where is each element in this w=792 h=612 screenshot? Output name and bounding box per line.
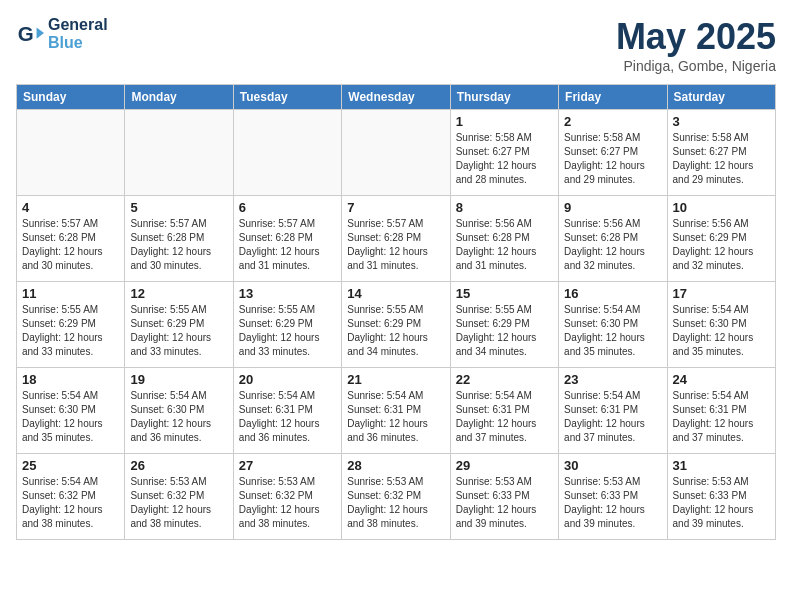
day-info: Sunrise: 5:58 AM Sunset: 6:27 PM Dayligh… — [456, 131, 553, 187]
calendar-week-4: 18Sunrise: 5:54 AM Sunset: 6:30 PM Dayli… — [17, 368, 776, 454]
logo-blue: Blue — [48, 34, 108, 52]
calendar-cell: 7Sunrise: 5:57 AM Sunset: 6:28 PM Daylig… — [342, 196, 450, 282]
day-info: Sunrise: 5:55 AM Sunset: 6:29 PM Dayligh… — [239, 303, 336, 359]
calendar-cell: 4Sunrise: 5:57 AM Sunset: 6:28 PM Daylig… — [17, 196, 125, 282]
day-info: Sunrise: 5:54 AM Sunset: 6:31 PM Dayligh… — [239, 389, 336, 445]
calendar-cell: 26Sunrise: 5:53 AM Sunset: 6:32 PM Dayli… — [125, 454, 233, 540]
calendar-week-5: 25Sunrise: 5:54 AM Sunset: 6:32 PM Dayli… — [17, 454, 776, 540]
day-info: Sunrise: 5:54 AM Sunset: 6:31 PM Dayligh… — [564, 389, 661, 445]
day-number: 22 — [456, 372, 553, 387]
day-number: 2 — [564, 114, 661, 129]
day-info: Sunrise: 5:53 AM Sunset: 6:33 PM Dayligh… — [564, 475, 661, 531]
day-info: Sunrise: 5:57 AM Sunset: 6:28 PM Dayligh… — [22, 217, 119, 273]
day-info: Sunrise: 5:54 AM Sunset: 6:32 PM Dayligh… — [22, 475, 119, 531]
calendar-cell: 3Sunrise: 5:58 AM Sunset: 6:27 PM Daylig… — [667, 110, 775, 196]
day-number: 12 — [130, 286, 227, 301]
day-info: Sunrise: 5:53 AM Sunset: 6:32 PM Dayligh… — [347, 475, 444, 531]
weekday-header-wednesday: Wednesday — [342, 85, 450, 110]
day-info: Sunrise: 5:54 AM Sunset: 6:30 PM Dayligh… — [564, 303, 661, 359]
calendar-cell — [17, 110, 125, 196]
calendar-cell: 19Sunrise: 5:54 AM Sunset: 6:30 PM Dayli… — [125, 368, 233, 454]
day-info: Sunrise: 5:54 AM Sunset: 6:31 PM Dayligh… — [673, 389, 770, 445]
calendar-cell: 8Sunrise: 5:56 AM Sunset: 6:28 PM Daylig… — [450, 196, 558, 282]
day-info: Sunrise: 5:54 AM Sunset: 6:30 PM Dayligh… — [130, 389, 227, 445]
calendar-week-3: 11Sunrise: 5:55 AM Sunset: 6:29 PM Dayli… — [17, 282, 776, 368]
weekday-header-sunday: Sunday — [17, 85, 125, 110]
calendar-cell: 16Sunrise: 5:54 AM Sunset: 6:30 PM Dayli… — [559, 282, 667, 368]
day-number: 27 — [239, 458, 336, 473]
day-number: 11 — [22, 286, 119, 301]
calendar-cell: 18Sunrise: 5:54 AM Sunset: 6:30 PM Dayli… — [17, 368, 125, 454]
day-number: 1 — [456, 114, 553, 129]
calendar-cell — [125, 110, 233, 196]
day-number: 29 — [456, 458, 553, 473]
calendar-cell: 14Sunrise: 5:55 AM Sunset: 6:29 PM Dayli… — [342, 282, 450, 368]
day-number: 28 — [347, 458, 444, 473]
page-header: G General Blue May 2025 Pindiga, Gombe, … — [16, 16, 776, 74]
calendar-cell: 5Sunrise: 5:57 AM Sunset: 6:28 PM Daylig… — [125, 196, 233, 282]
calendar-cell: 29Sunrise: 5:53 AM Sunset: 6:33 PM Dayli… — [450, 454, 558, 540]
day-number: 23 — [564, 372, 661, 387]
day-number: 21 — [347, 372, 444, 387]
day-number: 5 — [130, 200, 227, 215]
day-info: Sunrise: 5:54 AM Sunset: 6:30 PM Dayligh… — [673, 303, 770, 359]
calendar-cell: 28Sunrise: 5:53 AM Sunset: 6:32 PM Dayli… — [342, 454, 450, 540]
title-block: May 2025 Pindiga, Gombe, Nigeria — [616, 16, 776, 74]
calendar-week-1: 1Sunrise: 5:58 AM Sunset: 6:27 PM Daylig… — [17, 110, 776, 196]
weekday-header-row: SundayMondayTuesdayWednesdayThursdayFrid… — [17, 85, 776, 110]
weekday-header-friday: Friday — [559, 85, 667, 110]
day-number: 6 — [239, 200, 336, 215]
day-info: Sunrise: 5:57 AM Sunset: 6:28 PM Dayligh… — [347, 217, 444, 273]
day-info: Sunrise: 5:55 AM Sunset: 6:29 PM Dayligh… — [456, 303, 553, 359]
day-number: 16 — [564, 286, 661, 301]
day-number: 19 — [130, 372, 227, 387]
calendar-cell: 20Sunrise: 5:54 AM Sunset: 6:31 PM Dayli… — [233, 368, 341, 454]
day-info: Sunrise: 5:58 AM Sunset: 6:27 PM Dayligh… — [564, 131, 661, 187]
day-number: 15 — [456, 286, 553, 301]
calendar-cell: 6Sunrise: 5:57 AM Sunset: 6:28 PM Daylig… — [233, 196, 341, 282]
location: Pindiga, Gombe, Nigeria — [616, 58, 776, 74]
calendar-cell — [233, 110, 341, 196]
calendar-cell: 27Sunrise: 5:53 AM Sunset: 6:32 PM Dayli… — [233, 454, 341, 540]
calendar-cell: 25Sunrise: 5:54 AM Sunset: 6:32 PM Dayli… — [17, 454, 125, 540]
svg-marker-1 — [37, 27, 44, 38]
day-number: 7 — [347, 200, 444, 215]
calendar-cell: 22Sunrise: 5:54 AM Sunset: 6:31 PM Dayli… — [450, 368, 558, 454]
logo-icon: G — [16, 20, 44, 48]
weekday-header-saturday: Saturday — [667, 85, 775, 110]
weekday-header-monday: Monday — [125, 85, 233, 110]
svg-text:G: G — [18, 21, 34, 44]
calendar-cell: 9Sunrise: 5:56 AM Sunset: 6:28 PM Daylig… — [559, 196, 667, 282]
day-number: 24 — [673, 372, 770, 387]
day-number: 4 — [22, 200, 119, 215]
weekday-header-tuesday: Tuesday — [233, 85, 341, 110]
day-info: Sunrise: 5:55 AM Sunset: 6:29 PM Dayligh… — [22, 303, 119, 359]
day-number: 9 — [564, 200, 661, 215]
day-info: Sunrise: 5:53 AM Sunset: 6:32 PM Dayligh… — [239, 475, 336, 531]
day-info: Sunrise: 5:53 AM Sunset: 6:33 PM Dayligh… — [673, 475, 770, 531]
calendar-cell: 2Sunrise: 5:58 AM Sunset: 6:27 PM Daylig… — [559, 110, 667, 196]
calendar-cell: 10Sunrise: 5:56 AM Sunset: 6:29 PM Dayli… — [667, 196, 775, 282]
day-info: Sunrise: 5:54 AM Sunset: 6:30 PM Dayligh… — [22, 389, 119, 445]
logo: G General Blue — [16, 16, 108, 51]
day-info: Sunrise: 5:56 AM Sunset: 6:29 PM Dayligh… — [673, 217, 770, 273]
month-title: May 2025 — [616, 16, 776, 58]
day-info: Sunrise: 5:55 AM Sunset: 6:29 PM Dayligh… — [130, 303, 227, 359]
weekday-header-thursday: Thursday — [450, 85, 558, 110]
day-number: 30 — [564, 458, 661, 473]
calendar-cell: 23Sunrise: 5:54 AM Sunset: 6:31 PM Dayli… — [559, 368, 667, 454]
day-info: Sunrise: 5:53 AM Sunset: 6:32 PM Dayligh… — [130, 475, 227, 531]
day-number: 25 — [22, 458, 119, 473]
day-info: Sunrise: 5:57 AM Sunset: 6:28 PM Dayligh… — [239, 217, 336, 273]
day-number: 18 — [22, 372, 119, 387]
calendar-cell: 31Sunrise: 5:53 AM Sunset: 6:33 PM Dayli… — [667, 454, 775, 540]
day-number: 10 — [673, 200, 770, 215]
calendar-cell: 17Sunrise: 5:54 AM Sunset: 6:30 PM Dayli… — [667, 282, 775, 368]
day-number: 31 — [673, 458, 770, 473]
day-number: 3 — [673, 114, 770, 129]
calendar-cell: 15Sunrise: 5:55 AM Sunset: 6:29 PM Dayli… — [450, 282, 558, 368]
day-info: Sunrise: 5:58 AM Sunset: 6:27 PM Dayligh… — [673, 131, 770, 187]
logo-general: General — [48, 16, 108, 34]
day-number: 14 — [347, 286, 444, 301]
day-info: Sunrise: 5:57 AM Sunset: 6:28 PM Dayligh… — [130, 217, 227, 273]
